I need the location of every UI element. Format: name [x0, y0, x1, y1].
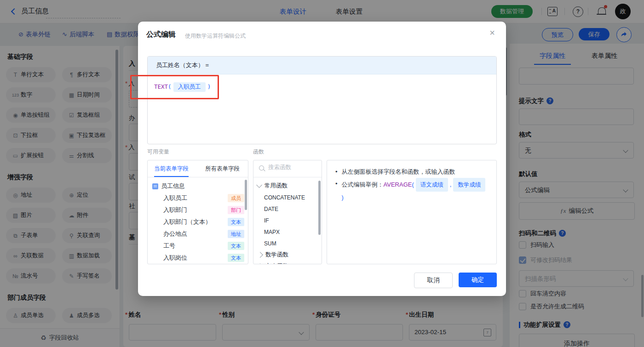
- functions-panel: 常用函数 CONCATENATE DATE IF MAPX SUM 数学函数 文…: [253, 160, 322, 264]
- variable-row[interactable]: 入职部门（文本）文本: [148, 216, 248, 228]
- type-tag: 文本: [228, 242, 244, 250]
- example-field-chip: 语文成绩: [416, 178, 448, 192]
- type-tag: 成员: [228, 194, 244, 202]
- confirm-button[interactable]: 确定: [459, 273, 497, 287]
- paren-open: (: [412, 181, 414, 188]
- type-tag: 文本: [228, 218, 244, 226]
- variable-name: 入职部门（文本）: [163, 218, 228, 226]
- chevron-down-icon: [256, 182, 262, 188]
- function-item[interactable]: CONCATENATE: [253, 192, 322, 203]
- variable-row[interactable]: 入职部门部门: [148, 204, 248, 216]
- example-prefix: 公式编辑举例：: [342, 181, 384, 188]
- formula-editor: 员工姓名（文本） = TEXT(入职员工): [147, 56, 497, 144]
- type-tag: 文本: [228, 254, 244, 262]
- functions-label: 函数: [253, 148, 264, 156]
- example-function: AVERAGE: [384, 181, 412, 188]
- function-item[interactable]: MAPX: [253, 226, 322, 238]
- variable-row[interactable]: 工号文本: [148, 240, 248, 252]
- function-item[interactable]: DATE: [253, 203, 322, 215]
- formula-help-panel: •从左侧面板选择字段名和函数，或输入函数 • 公式编辑举例：AVERAGE(语文…: [327, 160, 497, 264]
- variable-row[interactable]: 办公地点地址: [148, 228, 248, 240]
- close-icon[interactable]: ×: [489, 28, 495, 37]
- group-label: 数学函数: [265, 251, 288, 259]
- variable-row[interactable]: 入职员工成员: [148, 192, 248, 204]
- function-group-text[interactable]: 文本函数: [253, 261, 322, 264]
- variables-scrollbar[interactable]: [245, 180, 247, 210]
- function-search: [253, 160, 322, 177]
- group-label: 常用函数: [264, 182, 288, 190]
- search-icon: [259, 165, 264, 171]
- cancel-button[interactable]: 取消: [414, 273, 453, 288]
- formula-edit-modal: 公式编辑 使用数学运算符编辑公式 × 员工姓名（文本） = TEXT(入职员工)…: [138, 22, 506, 296]
- variable-name: 入职员工: [163, 194, 228, 202]
- function-item[interactable]: IF: [253, 215, 322, 226]
- tab-current-form-fields[interactable]: 当前表单字段: [154, 165, 189, 173]
- type-tag: 地址: [228, 230, 244, 238]
- comma: ,: [450, 181, 452, 188]
- formula-target: 员工姓名（文本） =: [148, 57, 496, 74]
- function-item[interactable]: SUM: [253, 238, 322, 249]
- variables-panel: 当前表单字段 所有表单字段 员工信息 入职员工成员 入职部门部门 入职部门（文本…: [147, 160, 248, 264]
- chevron-right-icon: [257, 263, 263, 264]
- functions-scrollbar[interactable]: [318, 181, 321, 235]
- variable-name: 工号: [163, 242, 228, 250]
- function-group-common[interactable]: 常用函数: [253, 180, 322, 192]
- group-label: 文本函数: [265, 262, 288, 264]
- variable-row[interactable]: 入职岗位文本: [148, 252, 248, 264]
- clipped-row-fragment: [226, 264, 242, 264]
- annotation-highlight-box: [130, 75, 219, 99]
- variable-name: 办公地点: [163, 230, 228, 238]
- function-group-math[interactable]: 数学函数: [253, 249, 322, 261]
- type-tag: 部门: [228, 206, 244, 214]
- variable-name: 员工信息: [161, 182, 244, 190]
- app-window: 员工信息 表单设计 表单设置 数据管理 A ? 政 ⊘表单外链 ∿后端脚本 ▤数…: [0, 0, 644, 347]
- variables-label: 可用变量: [147, 148, 169, 156]
- variable-name: 入职岗位: [163, 254, 228, 262]
- modal-title: 公式编辑: [146, 30, 176, 40]
- example-field-chip: 数学成绩: [453, 178, 485, 192]
- modal-subtitle: 使用数学运算符编辑公式: [185, 32, 246, 40]
- help-line-1: •从左侧面板选择字段名和函数，或输入函数: [335, 166, 488, 178]
- variables-tabs: 当前表单字段 所有表单字段: [148, 160, 248, 177]
- help-line-2: • 公式编辑举例：AVERAGE(语文成绩,数学成绩): [335, 178, 488, 204]
- form-doc-icon: [152, 183, 158, 189]
- variable-name: 入职部门: [163, 206, 228, 214]
- function-search-input[interactable]: [267, 164, 317, 171]
- paren-close: ): [342, 194, 344, 201]
- chevron-right-icon: [257, 252, 263, 258]
- tab-all-form-fields[interactable]: 所有表单字段: [205, 165, 240, 173]
- variable-tree-root[interactable]: 员工信息: [148, 180, 248, 192]
